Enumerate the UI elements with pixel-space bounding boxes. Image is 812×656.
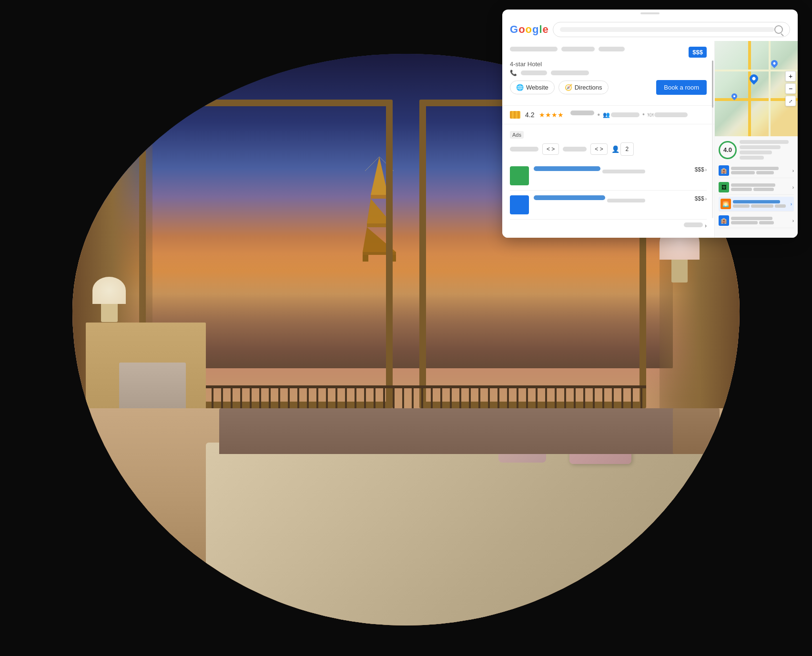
hotel-name-bars xyxy=(510,47,689,51)
listing-chevron-4: › xyxy=(792,218,794,223)
more-results-row: › xyxy=(510,220,707,232)
map-pin-tertiary-dot xyxy=(733,95,736,98)
phone-dash-1 xyxy=(521,71,547,75)
book-room-button[interactable]: Book a room xyxy=(656,80,707,95)
directions-map-icon: 🧭 xyxy=(565,84,572,91)
globe-icon: 🌐 xyxy=(516,84,524,91)
date-filter-row: < > < > 👤 2 xyxy=(510,142,707,156)
ads-badge: Ads xyxy=(510,131,524,139)
search-bar[interactable] xyxy=(553,22,790,37)
hotel-listing-2[interactable]: $$$ › xyxy=(510,191,707,220)
google-logo: Google xyxy=(510,23,548,36)
map-background: + − ⤢ xyxy=(715,41,798,136)
divider-dot: • xyxy=(597,111,600,119)
website-label: Website xyxy=(526,84,548,91)
hotel-top-row: $$$ xyxy=(510,47,707,58)
guests-count-btn[interactable]: 2 xyxy=(620,142,634,156)
listing-thumb-2 xyxy=(510,195,529,214)
listing-chevron-1: › xyxy=(792,168,794,173)
search-query-placeholder xyxy=(560,27,774,32)
panel-content: $$$ 4-star Hotel 📞 🌐 Website xyxy=(502,41,798,238)
directions-label: Directions xyxy=(575,84,602,91)
right-listing-3[interactable]: 🌅 › xyxy=(719,197,794,212)
listing-price-2: $$$ › xyxy=(695,195,707,202)
chevron-icon-1: › xyxy=(705,167,707,172)
score-circle: 4.0 xyxy=(719,141,737,159)
map-area[interactable]: + − ⤢ xyxy=(715,41,798,136)
logo-o2: o xyxy=(526,23,531,36)
phone-dash-2 xyxy=(551,71,589,75)
map-road-vertical xyxy=(748,41,751,136)
listing-bar-1a xyxy=(731,167,779,170)
right-listing-4[interactable]: 🏨 › xyxy=(719,213,794,228)
directions-button[interactable]: 🧭 Directions xyxy=(558,81,609,94)
guests-group: 👤 2 xyxy=(611,142,634,156)
score-row: 4.0 xyxy=(719,140,794,160)
listing-text-2 xyxy=(731,183,791,191)
logo-g2: g xyxy=(532,23,538,36)
placeholder-name-2 xyxy=(561,47,595,51)
hotel-name-group xyxy=(510,47,689,51)
listing-text-1 xyxy=(731,167,791,174)
more-chevron: › xyxy=(705,222,707,229)
nightstand xyxy=(673,408,720,454)
listing-bar-2b xyxy=(731,188,752,191)
headboard xyxy=(219,408,693,454)
listing-chevron-2: › xyxy=(792,185,794,190)
score-bar-1 xyxy=(740,140,789,144)
listing-dots-4 xyxy=(731,221,791,224)
listing-chevron-3: › xyxy=(791,202,792,207)
listing-name-bar-1 xyxy=(534,166,600,171)
amenity-group: 🍽 xyxy=(648,111,688,119)
zoom-out-button[interactable]: − xyxy=(785,83,796,94)
score-bars-group xyxy=(740,140,794,160)
listing-bar-3b xyxy=(733,204,750,208)
rating-row: 4.2 ★★★★ • 👥 • 🍽 xyxy=(502,106,714,124)
logo-e: e xyxy=(543,23,548,36)
listing-bar-1b xyxy=(731,171,755,174)
listing-dots-1 xyxy=(731,171,791,174)
hotel-phone-row: 📞 xyxy=(510,70,707,76)
listing-dots-2 xyxy=(731,188,791,191)
score-bar-4 xyxy=(740,156,764,160)
google-panel: Google $$$ xyxy=(502,10,798,238)
listing-bar-4a xyxy=(731,217,772,220)
people-count xyxy=(611,112,639,117)
right-panel: + − ⤢ 4.0 xyxy=(714,41,798,238)
right-listing-1[interactable]: 🏨 › xyxy=(719,163,794,178)
checkin-input[interactable]: < > xyxy=(542,143,559,155)
listing-thumb-1 xyxy=(510,166,529,185)
zoom-in-button[interactable]: + xyxy=(785,71,796,81)
map-controls: + − ⤢ xyxy=(785,71,796,106)
hotel-listing-1[interactable]: $$$ › xyxy=(510,161,707,191)
listing-icon-3: 🌅 xyxy=(721,199,731,209)
rating-count xyxy=(570,111,594,115)
map-road-secondary xyxy=(769,41,771,136)
checkout-input[interactable]: < > xyxy=(590,143,607,155)
listing-icon-4: 🏨 xyxy=(719,215,729,226)
google-header: Google xyxy=(502,16,798,41)
scroll-thumb xyxy=(712,61,713,108)
scroll-indicator[interactable] xyxy=(712,61,713,218)
right-listing-2[interactable]: 🖼 › xyxy=(719,180,794,195)
listing-text-3 xyxy=(733,200,789,208)
flowers-left xyxy=(92,277,126,323)
website-button[interactable]: 🌐 Website xyxy=(510,81,555,94)
score-bar-3 xyxy=(740,151,772,154)
listing-bar-1c xyxy=(756,171,774,174)
right-info: 4.0 🏨 xyxy=(715,136,798,232)
logo-o1: o xyxy=(518,23,524,36)
checkin-arrows: < > xyxy=(547,146,555,152)
star-rating: ★★★★ xyxy=(539,111,564,119)
fullscreen-button[interactable]: ⤢ xyxy=(785,96,796,106)
listing-name-bar-2 xyxy=(534,195,605,200)
score-bar-2 xyxy=(740,145,781,149)
placeholder-name-3 xyxy=(599,47,625,51)
listing-detail-bar-1 xyxy=(602,170,645,173)
left-panel: $$$ 4-star Hotel 📞 🌐 Website xyxy=(502,41,714,238)
checkout-arrows: < > xyxy=(595,146,603,152)
drag-handle xyxy=(640,12,660,14)
price-label-2: $$$ xyxy=(695,195,704,202)
hotel-actions: 🌐 Website 🧭 Directions Book a room xyxy=(510,80,707,95)
date-separator xyxy=(563,147,587,151)
